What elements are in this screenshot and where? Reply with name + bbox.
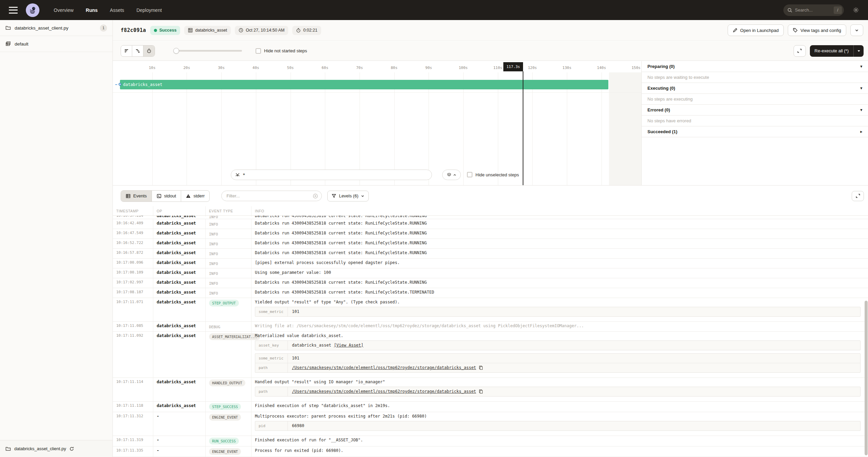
metadata-link[interactable]: /Users/smackesey/stm/code/elementl/oss/t… xyxy=(292,365,476,370)
asset-tag[interactable]: databricks_asset xyxy=(184,26,231,35)
run-more-actions-button[interactable] xyxy=(850,24,863,36)
log-event-type: RUN_SUCCESS xyxy=(206,436,251,446)
view-tags-config-button[interactable]: View tags and config xyxy=(788,24,846,36)
refresh-icon[interactable] xyxy=(69,446,74,451)
log-timestamp: 10:17:11.335 xyxy=(113,446,153,457)
log-fullscreen-button[interactable] xyxy=(852,191,864,201)
gear-icon[interactable] xyxy=(853,7,859,13)
levels-dropdown[interactable]: Levels (6) xyxy=(327,191,369,201)
clear-filter-icon[interactable] xyxy=(313,193,318,199)
tab-stdout[interactable]: stdout xyxy=(152,191,181,201)
hide-not-started-checkbox[interactable] xyxy=(256,48,261,54)
reexecute-button[interactable]: Re-execute all (*) xyxy=(810,45,864,57)
sidebar-item-file[interactable]: databricks_asset_client.py1 xyxy=(0,20,112,36)
table-icon xyxy=(126,194,131,198)
chevron-down-icon[interactable]: ▾ xyxy=(860,108,862,112)
log-row[interactable]: 10:16:57.872databricks_assetINFODatabric… xyxy=(113,249,868,259)
folder-icon xyxy=(5,446,11,452)
log-info-text: Writing file at: /Users/smackesey/stm/co… xyxy=(255,323,865,329)
log-row[interactable]: 10:17:00.096databricks_assetINFO[pipes] … xyxy=(113,259,868,268)
log-info-text: Finished execution of step "databricks_a… xyxy=(255,403,865,408)
step-section-errored[interactable]: Errored (0)▾ xyxy=(642,105,868,116)
event-type-text: INFO xyxy=(209,281,218,286)
run-header: f82c091a Success databricks_asset Oct 27… xyxy=(113,20,868,41)
log-filter[interactable] xyxy=(221,191,322,201)
global-search[interactable]: / xyxy=(783,4,844,16)
nav-item-runs[interactable]: Runs xyxy=(86,7,98,13)
col-header-timestamp[interactable]: TIMESTAMP xyxy=(113,206,153,215)
sidebar-footer-label[interactable]: databricks_asset_client.py xyxy=(14,446,66,451)
open-in-launchpad-button[interactable]: Open in Launchpad xyxy=(728,24,784,36)
step-selector-row: Hide unselected steps xyxy=(113,170,641,180)
clock-icon xyxy=(239,28,243,33)
search-input[interactable] xyxy=(795,7,834,13)
tab-stderr[interactable]: stderr xyxy=(181,191,209,201)
log-op: databricks_asset xyxy=(153,288,206,298)
log-event-type: ENGINE_EVENT xyxy=(206,446,251,457)
log-timestamp: 10:17:02.997 xyxy=(113,278,153,288)
reexecute-caret[interactable] xyxy=(853,45,864,57)
step-selector[interactable] xyxy=(231,170,432,180)
copy-icon[interactable] xyxy=(479,366,483,370)
hide-unselected-checkbox[interactable] xyxy=(467,172,472,177)
log-row[interactable]: 10:16:42.409databricks_assetINFODatabric… xyxy=(113,219,868,229)
zoom-slider[interactable] xyxy=(174,50,242,52)
timed-view-button[interactable] xyxy=(143,46,155,56)
log-row[interactable]: 10:17:02.997databricks_assetINFODatabric… xyxy=(113,278,868,288)
step-selector-input[interactable] xyxy=(243,172,428,177)
log-event-type: INFO xyxy=(206,249,251,258)
chevron-down-icon[interactable]: ▾ xyxy=(860,64,862,69)
chevron-down-icon[interactable]: ▾ xyxy=(860,86,862,90)
metadata-value-text: 101 xyxy=(292,356,299,361)
log-info-text: Materialized value databricks_asset. xyxy=(255,333,865,338)
zoom-slider-knob[interactable] xyxy=(173,48,179,54)
log-timestamp: 10:17:00.109 xyxy=(113,268,153,278)
log-row[interactable]: 10:17:11.335-ENGINE_EVENTProcess for run… xyxy=(113,446,868,457)
log-info: Databricks run 43009438525818 current st… xyxy=(251,219,868,229)
log-row[interactable]: 10:17:11.312-ENGINE_EVENTMultiprocess ex… xyxy=(113,412,868,436)
metadata-key: path xyxy=(255,363,288,372)
selector-options-button[interactable] xyxy=(442,170,461,180)
nav-item-assets[interactable]: Assets xyxy=(110,7,124,13)
log-scrollbar-thumb[interactable] xyxy=(865,301,868,455)
log-row[interactable]: 10:17:11.085databricks_assetDEBUGWriting… xyxy=(113,322,868,332)
tab-events[interactable]: Events xyxy=(121,191,152,201)
metadata-table: some_metric101path/Users/smackesey/stm/c… xyxy=(255,353,861,373)
col-header-event-type[interactable]: EVENT TYPE xyxy=(206,206,251,215)
nav-item-overview[interactable]: Overview xyxy=(54,7,73,13)
log-op: databricks_asset xyxy=(153,219,206,229)
log-row[interactable]: 10:17:11.071databricks_assetSTEP_OUTPUTY… xyxy=(113,298,868,322)
metadata-link[interactable]: /Users/smackesey/stm/code/elementl/oss/t… xyxy=(292,389,476,394)
gantt-bar-databricks_asset[interactable]: databricks_asset xyxy=(120,80,608,89)
log-row[interactable]: 10:17:11.114databricks_assetHANDLED_OUTP… xyxy=(113,378,868,402)
step-section-preparing[interactable]: Preparing (0)▾ xyxy=(642,61,868,72)
log-row[interactable]: 10:17:00.109databricks_assetINFOUsing so… xyxy=(113,268,868,278)
metadata-row: pid66980 xyxy=(255,421,860,430)
pencil-icon xyxy=(733,28,737,33)
log-info: Process for run exited (pid: 66980). xyxy=(251,446,868,457)
duration-tag: 0:02:21 xyxy=(292,26,321,35)
col-header-op[interactable]: OP xyxy=(153,206,206,215)
chevron-right-icon[interactable]: ▸ xyxy=(860,129,862,134)
log-op: databricks_asset xyxy=(153,378,206,401)
log-row[interactable]: 10:16:52.722databricks_assetINFODatabric… xyxy=(113,239,868,249)
log-op: databricks_asset xyxy=(153,268,206,278)
log-row[interactable]: 10:17:08.187databricks_assetINFODatabric… xyxy=(113,288,868,298)
step-section-succeeded[interactable]: Succeeded (1)▸ xyxy=(642,126,868,137)
flat-view-button[interactable] xyxy=(121,46,132,56)
log-row[interactable]: 10:16:47.549databricks_assetINFODatabric… xyxy=(113,229,868,239)
waterfall-view-button[interactable] xyxy=(132,46,143,56)
log-row[interactable]: 10:17:11.092databricks_assetASSET_MATERI… xyxy=(113,332,868,378)
log-row[interactable]: 10:17:11.118databricks_assetSTEP_SUCCESS… xyxy=(113,402,868,412)
sidebar-item-default[interactable]: default xyxy=(0,36,112,52)
nav-item-deployment[interactable]: Deployment xyxy=(136,7,162,13)
menu-icon[interactable] xyxy=(9,7,18,14)
dagster-logo-icon[interactable] xyxy=(26,3,39,17)
gantt-fullscreen-button[interactable] xyxy=(794,45,806,57)
log-row[interactable]: 10:17:11.319-RUN_SUCCESSFinished executi… xyxy=(113,436,868,446)
log-filter-input[interactable] xyxy=(226,193,313,198)
copy-icon[interactable] xyxy=(479,389,483,394)
step-section-executing[interactable]: Executing (0)▾ xyxy=(642,83,868,94)
metadata-link[interactable]: [View Asset] xyxy=(334,343,364,348)
log-row[interactable]: 10:16:37.284databricks_assetINFODatabric… xyxy=(113,216,868,219)
